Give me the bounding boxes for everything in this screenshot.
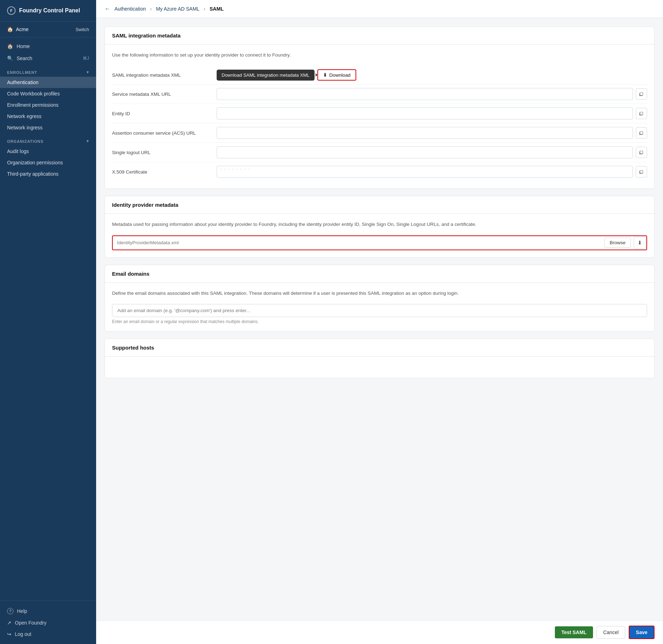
email-domains-title: Email domains bbox=[105, 265, 654, 283]
saml-integration-metadata-description: Use the following information to set up … bbox=[112, 52, 647, 59]
x509-cert-field: · · · · · · · · bbox=[217, 166, 647, 178]
entity-id-label: Entity ID bbox=[112, 111, 211, 116]
email-domain-input[interactable] bbox=[112, 304, 647, 317]
sidebar-item-organization-permissions[interactable]: Organization permissions bbox=[0, 157, 96, 168]
search-shortcut: ⌘J bbox=[83, 56, 89, 61]
organizations-section-title: ORGANIZATIONS ▾ bbox=[0, 133, 96, 146]
sidebar-item-network-egress[interactable]: Network egress bbox=[0, 111, 96, 122]
acs-url-row: Assertion consumer service (ACS) URL bbox=[112, 123, 647, 143]
supported-hosts-title: Supported hosts bbox=[105, 339, 654, 357]
x509-cert-row: X.509 Certificate · · · · · · · · bbox=[112, 162, 647, 181]
log-out-item[interactable]: ↪ Log out bbox=[0, 628, 96, 640]
single-logout-url-row: Single logout URL bbox=[112, 143, 647, 162]
email-domains-description: Define the email domains associated with… bbox=[112, 290, 647, 297]
copy-icon bbox=[639, 130, 644, 135]
sidebar: F Foundry Control Panel 🏠 Acme Switch 🏠 … bbox=[0, 0, 96, 644]
test-saml-button[interactable]: Test SAML bbox=[555, 626, 593, 638]
x509-cert-value: · · · · · · · · bbox=[217, 166, 633, 178]
copy-icon bbox=[639, 169, 644, 174]
search-icon: 🔍 bbox=[7, 55, 13, 61]
download-area: Download SAML integration metadata XML ⬇… bbox=[217, 69, 356, 81]
acs-url-value bbox=[217, 127, 633, 139]
identity-provider-metadata-card: Identity provider metadata Metadata used… bbox=[105, 196, 655, 257]
breadcrumb-authentication[interactable]: Authentication bbox=[115, 6, 146, 12]
sidebar-item-home[interactable]: 🏠 Home bbox=[0, 40, 96, 52]
file-download-icon: ⬇ bbox=[638, 240, 642, 246]
topbar: ← Authentication › My Azure AD SAML › SA… bbox=[96, 0, 663, 18]
help-item[interactable]: ? Help bbox=[0, 605, 96, 617]
sidebar-item-search[interactable]: 🔍 Search ⌘J bbox=[0, 52, 96, 64]
copy-icon bbox=[639, 111, 644, 116]
content-area: SAML integration metadata Use the follow… bbox=[96, 18, 663, 644]
open-foundry-icon: ↗ bbox=[7, 620, 11, 626]
enrollment-section-title: ENROLLMENT ▾ bbox=[0, 64, 96, 77]
entity-id-field bbox=[217, 107, 647, 119]
open-foundry-item[interactable]: ↗ Open Foundry bbox=[0, 617, 96, 628]
supported-hosts-card: Supported hosts bbox=[105, 339, 655, 378]
identity-provider-metadata-description: Metadata used for passing information ab… bbox=[112, 221, 647, 228]
saml-integration-metadata-body: Use the following information to set up … bbox=[105, 45, 654, 188]
sidebar-header: F Foundry Control Panel bbox=[0, 0, 96, 22]
service-metadata-url-field bbox=[217, 88, 647, 100]
file-download-button[interactable]: ⬇ bbox=[634, 237, 646, 249]
save-button[interactable]: Save bbox=[629, 626, 655, 639]
main-content: ← Authentication › My Azure AD SAML › SA… bbox=[96, 0, 663, 644]
sidebar-item-code-workbook-profiles[interactable]: Code Workbook profiles bbox=[0, 88, 96, 99]
acs-url-copy-button[interactable] bbox=[636, 127, 647, 139]
sidebar-footer: ? Help ↗ Open Foundry ↪ Log out bbox=[0, 601, 96, 644]
download-icon: ⬇ bbox=[323, 72, 327, 78]
service-metadata-url-label: Service metadata XML URL bbox=[112, 92, 211, 97]
email-domain-hint: Enter an email domain or a regular expre… bbox=[112, 319, 647, 324]
entity-id-copy-button[interactable] bbox=[636, 108, 647, 119]
entity-id-value bbox=[217, 107, 633, 119]
saml-integration-metadata-card: SAML integration metadata Use the follow… bbox=[105, 27, 655, 189]
sidebar-title: Foundry Control Panel bbox=[19, 7, 80, 14]
breadcrumb-current: SAML bbox=[210, 6, 224, 12]
home-nav-icon: 🏠 bbox=[7, 43, 13, 49]
service-metadata-url-row: Service metadata XML URL bbox=[112, 84, 647, 104]
workspace-name: Acme bbox=[16, 27, 29, 32]
copy-icon bbox=[639, 150, 644, 155]
breadcrumb-sep-1: › bbox=[150, 6, 152, 12]
x509-cert-copy-button[interactable] bbox=[636, 166, 647, 177]
file-input[interactable] bbox=[113, 237, 602, 248]
identity-provider-metadata-body: Metadata used for passing information ab… bbox=[105, 214, 654, 257]
service-metadata-url-copy-button[interactable] bbox=[636, 88, 647, 100]
email-domains-card: Email domains Define the email domains a… bbox=[105, 265, 655, 332]
breadcrumb-sep-2: › bbox=[204, 6, 205, 12]
sidebar-item-home-label: Home bbox=[17, 43, 30, 49]
home-icon: 🏠 bbox=[7, 27, 13, 32]
sidebar-item-search-label: Search bbox=[17, 55, 32, 61]
sidebar-item-network-ingress[interactable]: Network ingress bbox=[0, 122, 96, 133]
service-metadata-url-value bbox=[217, 88, 633, 100]
sidebar-logo: F bbox=[7, 6, 16, 15]
sidebar-nav: 🏠 Home 🔍 Search ⌘J ENROLLMENT ▾ Authenti… bbox=[0, 37, 96, 601]
back-button[interactable]: ← bbox=[105, 6, 110, 12]
saml-xml-label: SAML integration metadata XML bbox=[112, 72, 211, 78]
download-tooltip: Download SAML integration metadata XML bbox=[217, 70, 315, 81]
browse-button[interactable]: Browse bbox=[604, 238, 631, 248]
workspace-info: 🏠 Acme bbox=[7, 27, 29, 32]
single-logout-url-field bbox=[217, 146, 647, 158]
switch-button[interactable]: Switch bbox=[76, 27, 89, 32]
saml-integration-metadata-title: SAML integration metadata bbox=[105, 27, 654, 45]
file-input-row: Browse ⬇ bbox=[112, 235, 647, 250]
identity-provider-metadata-title: Identity provider metadata bbox=[105, 196, 654, 214]
breadcrumb-azure-saml[interactable]: My Azure AD SAML bbox=[156, 6, 199, 12]
x509-cert-label: X.509 Certificate bbox=[112, 169, 211, 175]
sidebar-item-third-party-applications[interactable]: Third-party applications bbox=[0, 168, 96, 180]
saml-xml-field: Download SAML integration metadata XML ⬇… bbox=[217, 69, 647, 81]
log-out-icon: ↪ bbox=[7, 631, 11, 637]
workspace-row: 🏠 Acme Switch bbox=[0, 22, 96, 37]
sidebar-item-audit-logs[interactable]: Audit logs bbox=[0, 146, 96, 157]
sidebar-item-authentication[interactable]: Authentication bbox=[0, 77, 96, 88]
cancel-button[interactable]: Cancel bbox=[597, 626, 626, 639]
sidebar-item-enrollment-permissions[interactable]: Enrollment permissions bbox=[0, 99, 96, 111]
download-button[interactable]: ⬇ Download bbox=[317, 69, 356, 81]
help-icon: ? bbox=[7, 608, 13, 614]
supported-hosts-body bbox=[105, 357, 654, 378]
bottom-bar: Test SAML Cancel Save bbox=[96, 620, 663, 644]
single-logout-url-copy-button[interactable] bbox=[636, 147, 647, 158]
copy-icon bbox=[639, 92, 644, 96]
email-domains-body: Define the email domains associated with… bbox=[105, 283, 654, 331]
